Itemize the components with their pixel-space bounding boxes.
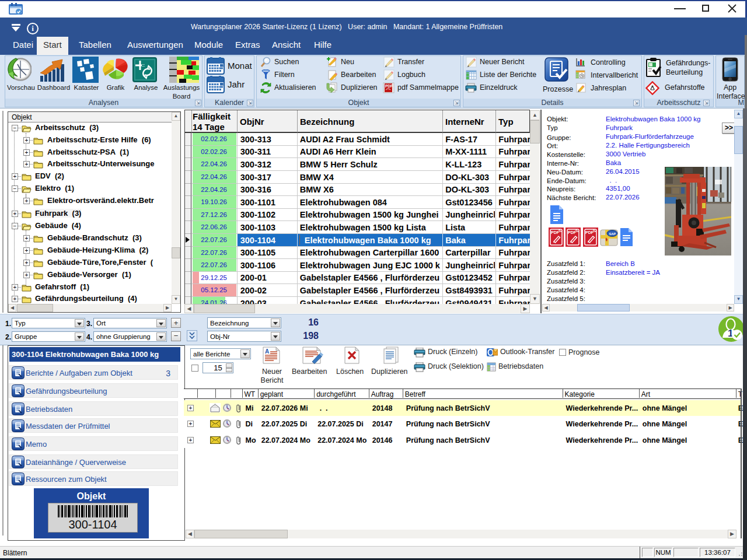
svg-text:SAP: SAP [609,232,616,236]
svg-text:PDF: PDF [385,84,393,88]
svg-text:PDF: PDF [585,230,594,235]
svg-text:A: A [265,348,269,355]
svg-text:PDF: PDF [551,230,560,235]
svg-text:PDF: PDF [568,230,577,235]
